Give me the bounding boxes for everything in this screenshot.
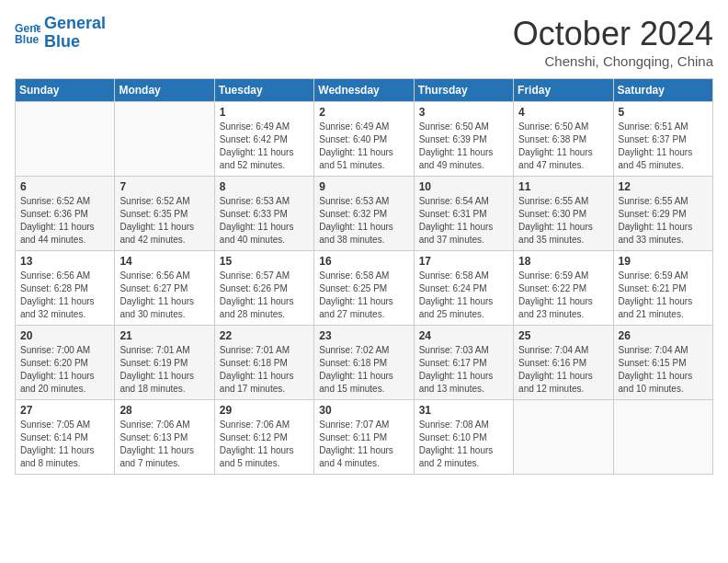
svg-text:Blue: Blue — [15, 33, 40, 46]
calendar-cell: 8Sunrise: 6:53 AM Sunset: 6:33 PM Daylig… — [214, 177, 313, 251]
day-number: 26 — [619, 329, 708, 342]
day-number: 5 — [619, 106, 708, 119]
day-info: Sunrise: 7:07 AM Sunset: 6:11 PM Dayligh… — [319, 419, 408, 470]
day-info: Sunrise: 6:53 AM Sunset: 6:33 PM Dayligh… — [220, 195, 309, 247]
day-number: 6 — [20, 180, 109, 193]
col-header-saturday: Saturday — [613, 79, 712, 102]
calendar-table: SundayMondayTuesdayWednesdayThursdayFrid… — [15, 78, 713, 475]
day-number: 3 — [419, 106, 508, 119]
calendar-cell: 26Sunrise: 7:04 AM Sunset: 6:15 PM Dayli… — [613, 326, 712, 400]
calendar-cell: 19Sunrise: 6:59 AM Sunset: 6:21 PM Dayli… — [613, 251, 712, 326]
day-info: Sunrise: 7:01 AM Sunset: 6:18 PM Dayligh… — [220, 344, 309, 396]
calendar-cell: 16Sunrise: 6:58 AM Sunset: 6:25 PM Dayli… — [314, 251, 414, 326]
day-number: 31 — [419, 404, 508, 417]
calendar-cell: 28Sunrise: 7:06 AM Sunset: 6:13 PM Dayli… — [115, 400, 214, 475]
day-number: 8 — [220, 180, 309, 193]
day-number: 15 — [220, 255, 309, 268]
day-info: Sunrise: 6:50 AM Sunset: 6:39 PM Dayligh… — [419, 121, 508, 172]
day-number: 7 — [119, 180, 209, 193]
day-number: 18 — [518, 255, 608, 268]
day-info: Sunrise: 6:53 AM Sunset: 6:32 PM Dayligh… — [319, 195, 408, 247]
day-info: Sunrise: 7:00 AM Sunset: 6:20 PM Dayligh… — [20, 344, 109, 396]
day-number: 4 — [518, 106, 608, 119]
day-info: Sunrise: 7:04 AM Sunset: 6:16 PM Dayligh… — [518, 344, 608, 396]
day-info: Sunrise: 6:58 AM Sunset: 6:24 PM Dayligh… — [419, 270, 508, 321]
day-number: 10 — [419, 180, 508, 193]
logo-icon: General Blue — [15, 20, 40, 46]
calendar-cell: 30Sunrise: 7:07 AM Sunset: 6:11 PM Dayli… — [314, 400, 414, 475]
day-info: Sunrise: 6:55 AM Sunset: 6:30 PM Dayligh… — [518, 195, 608, 247]
day-number: 16 — [319, 255, 408, 268]
calendar-cell: 27Sunrise: 7:05 AM Sunset: 6:14 PM Dayli… — [16, 400, 115, 475]
day-info: Sunrise: 6:50 AM Sunset: 6:38 PM Dayligh… — [518, 121, 608, 172]
day-info: Sunrise: 6:52 AM Sunset: 6:36 PM Dayligh… — [20, 195, 109, 247]
col-header-thursday: Thursday — [414, 79, 513, 102]
calendar-cell: 24Sunrise: 7:03 AM Sunset: 6:17 PM Dayli… — [414, 326, 513, 400]
day-info: Sunrise: 7:06 AM Sunset: 6:12 PM Dayligh… — [220, 419, 309, 470]
day-number: 25 — [518, 329, 608, 342]
calendar-cell: 6Sunrise: 6:52 AM Sunset: 6:36 PM Daylig… — [16, 177, 115, 251]
day-number: 20 — [20, 329, 109, 342]
calendar-cell: 3Sunrise: 6:50 AM Sunset: 6:39 PM Daylig… — [414, 102, 513, 177]
col-header-tuesday: Tuesday — [214, 79, 313, 102]
calendar-cell: 22Sunrise: 7:01 AM Sunset: 6:18 PM Dayli… — [214, 326, 313, 400]
calendar-cell: 31Sunrise: 7:08 AM Sunset: 6:10 PM Dayli… — [414, 400, 513, 475]
day-number: 13 — [20, 255, 109, 268]
day-info: Sunrise: 6:58 AM Sunset: 6:25 PM Dayligh… — [319, 270, 408, 321]
calendar-cell: 17Sunrise: 6:58 AM Sunset: 6:24 PM Dayli… — [414, 251, 513, 326]
day-info: Sunrise: 7:01 AM Sunset: 6:19 PM Dayligh… — [119, 344, 209, 396]
calendar-cell: 12Sunrise: 6:55 AM Sunset: 6:29 PM Dayli… — [613, 177, 712, 251]
day-info: Sunrise: 6:54 AM Sunset: 6:31 PM Dayligh… — [419, 195, 508, 247]
calendar-cell: 25Sunrise: 7:04 AM Sunset: 6:16 PM Dayli… — [514, 326, 613, 400]
title-block: October 2024 Chenshi, Chongqing, China — [513, 15, 713, 69]
calendar-cell: 13Sunrise: 6:56 AM Sunset: 6:28 PM Dayli… — [16, 251, 115, 326]
calendar-cell: 14Sunrise: 6:56 AM Sunset: 6:27 PM Dayli… — [115, 251, 214, 326]
day-info: Sunrise: 6:56 AM Sunset: 6:28 PM Dayligh… — [20, 270, 109, 321]
calendar-cell — [613, 400, 712, 475]
col-header-friday: Friday — [514, 79, 613, 102]
day-info: Sunrise: 6:55 AM Sunset: 6:29 PM Dayligh… — [619, 195, 708, 247]
day-number: 1 — [220, 106, 309, 119]
calendar-cell: 10Sunrise: 6:54 AM Sunset: 6:31 PM Dayli… — [414, 177, 513, 251]
day-number: 17 — [419, 255, 508, 268]
day-info: Sunrise: 6:59 AM Sunset: 6:22 PM Dayligh… — [518, 270, 608, 321]
col-header-wednesday: Wednesday — [314, 79, 414, 102]
day-info: Sunrise: 6:51 AM Sunset: 6:37 PM Dayligh… — [619, 121, 708, 172]
day-info: Sunrise: 6:49 AM Sunset: 6:42 PM Dayligh… — [220, 121, 309, 172]
col-header-monday: Monday — [115, 79, 214, 102]
day-number: 19 — [619, 255, 708, 268]
calendar-cell: 11Sunrise: 6:55 AM Sunset: 6:30 PM Dayli… — [514, 177, 613, 251]
calendar-cell: 29Sunrise: 7:06 AM Sunset: 6:12 PM Dayli… — [214, 400, 313, 475]
day-info: Sunrise: 7:08 AM Sunset: 6:10 PM Dayligh… — [419, 419, 508, 470]
month-title: October 2024 — [513, 15, 713, 53]
calendar-cell: 4Sunrise: 6:50 AM Sunset: 6:38 PM Daylig… — [514, 102, 613, 177]
day-number: 24 — [419, 329, 508, 342]
calendar-cell: 9Sunrise: 6:53 AM Sunset: 6:32 PM Daylig… — [314, 177, 414, 251]
calendar-cell: 7Sunrise: 6:52 AM Sunset: 6:35 PM Daylig… — [115, 177, 214, 251]
page-header: General Blue General Blue October 2024 C… — [15, 15, 713, 69]
logo: General Blue General Blue — [15, 15, 106, 52]
day-info: Sunrise: 6:59 AM Sunset: 6:21 PM Dayligh… — [619, 270, 708, 321]
day-info: Sunrise: 6:57 AM Sunset: 6:26 PM Dayligh… — [220, 270, 309, 321]
day-number: 11 — [518, 180, 608, 193]
day-number: 23 — [319, 329, 408, 342]
logo-text: General Blue — [44, 15, 106, 52]
calendar-cell: 23Sunrise: 7:02 AM Sunset: 6:18 PM Dayli… — [314, 326, 414, 400]
day-number: 22 — [220, 329, 309, 342]
day-info: Sunrise: 6:56 AM Sunset: 6:27 PM Dayligh… — [119, 270, 209, 321]
calendar-cell: 18Sunrise: 6:59 AM Sunset: 6:22 PM Dayli… — [514, 251, 613, 326]
col-header-sunday: Sunday — [16, 79, 115, 102]
day-info: Sunrise: 7:02 AM Sunset: 6:18 PM Dayligh… — [319, 344, 408, 396]
calendar-cell: 1Sunrise: 6:49 AM Sunset: 6:42 PM Daylig… — [214, 102, 313, 177]
calendar-cell: 21Sunrise: 7:01 AM Sunset: 6:19 PM Dayli… — [115, 326, 214, 400]
day-info: Sunrise: 7:05 AM Sunset: 6:14 PM Dayligh… — [20, 419, 109, 470]
calendar-cell: 5Sunrise: 6:51 AM Sunset: 6:37 PM Daylig… — [613, 102, 712, 177]
calendar-cell — [514, 400, 613, 475]
calendar-cell: 15Sunrise: 6:57 AM Sunset: 6:26 PM Dayli… — [214, 251, 313, 326]
day-number: 2 — [319, 106, 408, 119]
day-number: 21 — [119, 329, 209, 342]
day-number: 14 — [119, 255, 209, 268]
calendar-cell: 20Sunrise: 7:00 AM Sunset: 6:20 PM Dayli… — [16, 326, 115, 400]
location-subtitle: Chenshi, Chongqing, China — [513, 53, 713, 69]
day-number: 29 — [220, 404, 309, 417]
